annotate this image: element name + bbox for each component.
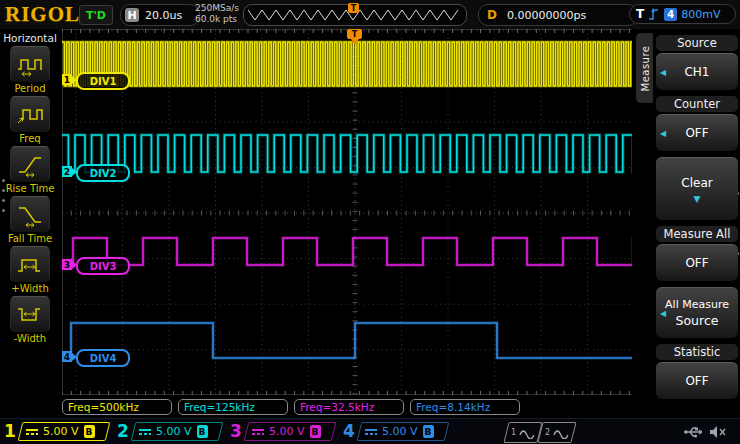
measurement-3: Freq=32.5kHz [294, 399, 404, 415]
channel-2-label[interactable]: DIV2 [76, 164, 130, 182]
measurement-2: Freq=125kHz [178, 399, 288, 415]
source-2-indicator[interactable]: 2 [537, 422, 576, 443]
clear-button[interactable]: Clear ▼ [656, 157, 738, 220]
rising-edge-icon [648, 7, 660, 21]
fall-time-icon [15, 202, 45, 228]
measure-menu-panel: Measure Source ◀ CH1 Counter ◀ OFF Clear… [632, 29, 740, 418]
chevron-left-icon: ◀ [660, 68, 666, 77]
menu-page-dots [2, 179, 5, 212]
measurement-readouts: Freq=500kHz Freq=125kHz Freq=32.5kHz Fre… [62, 395, 652, 418]
chevron-down-icon: ▼ [694, 196, 701, 202]
bandwidth-limit-badge: B [310, 425, 321, 438]
source-1-indicator[interactable]: 1 [503, 422, 542, 443]
acquisition-info: 250MSa/s 60.0k pts [195, 3, 239, 25]
timebase-value: 20.0us [145, 9, 182, 22]
channel-1-label[interactable]: DIV1 [76, 72, 130, 90]
menu-item-pos-width[interactable]: +Width [0, 246, 60, 294]
measurement-1: Freq=500kHz [62, 399, 172, 415]
channel-2-pointer[interactable]: 2 [62, 166, 72, 177]
channel-3-label[interactable]: DIV3 [76, 257, 130, 275]
source-label: Source [656, 35, 738, 51]
waveform-display: T T 1 2 3 4 DIV1 DIV2 DIV3 DIV4 [62, 29, 652, 395]
left-menu-title: Horizontal [0, 29, 60, 46]
statistic-label: Statistic [656, 344, 738, 360]
usb-icon [683, 425, 705, 439]
freq-icon [15, 102, 45, 128]
measure-menu-tab[interactable]: Measure [636, 33, 653, 103]
dc-coupling-icon [26, 429, 38, 435]
graticule-and-waveforms [62, 29, 652, 395]
menu-item-fall-time[interactable]: Fall Time [0, 196, 60, 244]
trigger-label: T [636, 7, 644, 21]
minus-width-icon [15, 302, 45, 328]
speaker-muted-icon [709, 424, 727, 440]
h-label: H [125, 8, 139, 22]
trigger-source-badge: 4 [664, 8, 677, 21]
channel-1-settings[interactable]: 5.00 V B [18, 422, 111, 441]
horizontal-measure-menu: Horizontal Period Freq Rise Time [0, 29, 60, 418]
channel-3-settings[interactable]: 5.00 V B [244, 422, 337, 441]
rise-time-icon [15, 152, 45, 178]
overview-trigger-marker[interactable]: T [348, 3, 359, 13]
channel-status-bar: 1 5.00 V B 2 5.00 V B 3 5.00 V B 4 [0, 418, 740, 444]
delay-label: D [487, 8, 497, 22]
delay-readout-box[interactable]: D 0.00000000ps [478, 4, 638, 26]
measure-all-button[interactable]: OFF [656, 244, 738, 281]
horizontal-timebase-box[interactable]: H 20.0us [120, 4, 200, 26]
sine-wave-icon [519, 427, 535, 439]
measure-all-label: Measure All [656, 226, 738, 242]
dc-coupling-icon [139, 429, 151, 435]
dc-coupling-icon [252, 429, 264, 435]
bandwidth-limit-badge: B [84, 425, 95, 438]
channel-2-settings[interactable]: 5.00 V B [131, 422, 224, 441]
source-button[interactable]: ◀ CH1 [656, 53, 738, 90]
channel-3-pointer[interactable]: 3 [62, 259, 72, 270]
period-icon [15, 52, 45, 78]
statistic-button[interactable]: OFF [656, 362, 738, 399]
menu-item-rise-time[interactable]: Rise Time [0, 146, 60, 194]
delay-value: 0.00000000ps [507, 9, 586, 22]
trigger-position-marker[interactable]: T [347, 29, 362, 39]
chevron-left-icon: ◀ [660, 129, 666, 138]
trigger-readout-box[interactable]: T 4 800mV [629, 4, 736, 24]
channel-1-number[interactable]: 1 [4, 421, 16, 441]
channel-1-pointer[interactable]: 1 [62, 74, 72, 85]
channel-4-label[interactable]: DIV4 [76, 349, 130, 367]
menu-item-neg-width[interactable]: -Width [0, 296, 60, 344]
bandwidth-limit-badge: B [423, 425, 434, 438]
rigol-logo: RIGOL [5, 2, 80, 27]
menu-item-period[interactable]: Period [0, 46, 60, 94]
channel-4-number[interactable]: 4 [343, 421, 355, 441]
counter-label: Counter [656, 96, 738, 112]
sine-wave-icon [553, 427, 569, 439]
memory-depth: 60.0k pts [195, 14, 239, 25]
channel-2-number[interactable]: 2 [117, 421, 129, 441]
counter-button[interactable]: ◀ OFF [656, 114, 738, 151]
channel-4-settings[interactable]: 5.00 V B [357, 422, 450, 441]
menu-item-freq[interactable]: Freq [0, 96, 60, 144]
channel-4-pointer[interactable]: 4 [62, 351, 72, 362]
waveform-overview-bar[interactable]: T [243, 4, 467, 26]
plus-width-icon [15, 252, 45, 278]
measurement-4: Freq=8.14kHz [410, 399, 520, 415]
channel-3-number[interactable]: 3 [230, 421, 242, 441]
trigger-status-badge: T'D [79, 5, 113, 25]
bandwidth-limit-badge: B [197, 425, 208, 438]
trigger-level-value: 800mV [681, 8, 720, 21]
all-measure-source-button[interactable]: ◀ All Measure Source [656, 287, 738, 338]
sample-rate: 250MSa/s [195, 3, 239, 14]
chevron-left-icon: ◀ [660, 309, 666, 318]
oscilloscope-screen: RIGOL T'D H 20.0us 250MSa/s 60.0k pts T … [0, 0, 740, 444]
top-status-bar: RIGOL T'D H 20.0us 250MSa/s 60.0k pts T … [0, 0, 740, 30]
dc-coupling-icon [365, 429, 377, 435]
